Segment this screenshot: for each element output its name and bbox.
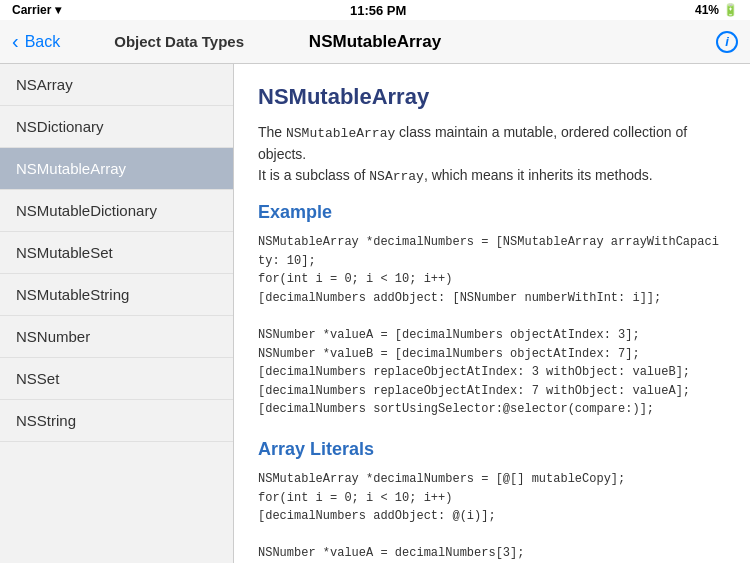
inline-code-1: NSMutableArray	[286, 126, 395, 141]
main-layout: NSArray NSDictionary NSMutableArray NSMu…	[0, 64, 750, 563]
status-bar: Carrier ▾ 11:56 PM 41% 🔋	[0, 0, 750, 20]
sidebar-item-nsmutableset[interactable]: NSMutableSet	[0, 232, 233, 274]
section-title: Object Data Types	[114, 33, 244, 50]
nav-bar: ‹ Back Object Data Types NSMutableArray …	[0, 20, 750, 64]
back-chevron-icon: ‹	[12, 30, 19, 53]
nav-right: i	[618, 31, 738, 53]
sidebar-item-nsset[interactable]: NSSet	[0, 358, 233, 400]
status-right: 41% 🔋	[695, 3, 738, 17]
info-button[interactable]: i	[716, 31, 738, 53]
sidebar-item-nsdictionary[interactable]: NSDictionary	[0, 106, 233, 148]
time-label: 11:56 PM	[350, 3, 406, 18]
inline-code-2: NSArray	[369, 169, 424, 184]
page-title: NSMutableArray	[309, 32, 441, 52]
nav-left: ‹ Back Object Data Types	[12, 30, 244, 53]
battery-icon: 🔋	[723, 3, 738, 17]
array-literals-code-block: NSMutableArray *decimalNumbers = [@[] mu…	[258, 470, 726, 563]
content-title: NSMutableArray	[258, 84, 726, 110]
section-title-array-literals: Array Literals	[258, 439, 726, 460]
example-code-block: NSMutableArray *decimalNumbers = [NSMuta…	[258, 233, 726, 419]
section-title-example: Example	[258, 202, 726, 223]
sidebar-item-nsmutablearray[interactable]: NSMutableArray	[0, 148, 233, 190]
content-area: NSMutableArray The NSMutableArray class …	[234, 64, 750, 563]
sidebar-item-nsmutabledictionary[interactable]: NSMutableDictionary	[0, 190, 233, 232]
sidebar-item-nsstring[interactable]: NSString	[0, 400, 233, 442]
sidebar-item-nsmutablestring[interactable]: NSMutableString	[0, 274, 233, 316]
sidebar-item-nsnumber[interactable]: NSNumber	[0, 316, 233, 358]
content-description: The NSMutableArray class maintain a muta…	[258, 122, 726, 186]
back-button[interactable]: Back	[25, 33, 61, 51]
sidebar-item-nsarray[interactable]: NSArray	[0, 64, 233, 106]
carrier-label: Carrier	[12, 3, 51, 17]
sidebar: NSArray NSDictionary NSMutableArray NSMu…	[0, 64, 234, 563]
battery-label: 41%	[695, 3, 719, 17]
status-left: Carrier ▾	[12, 3, 61, 17]
wifi-icon: ▾	[55, 3, 61, 17]
